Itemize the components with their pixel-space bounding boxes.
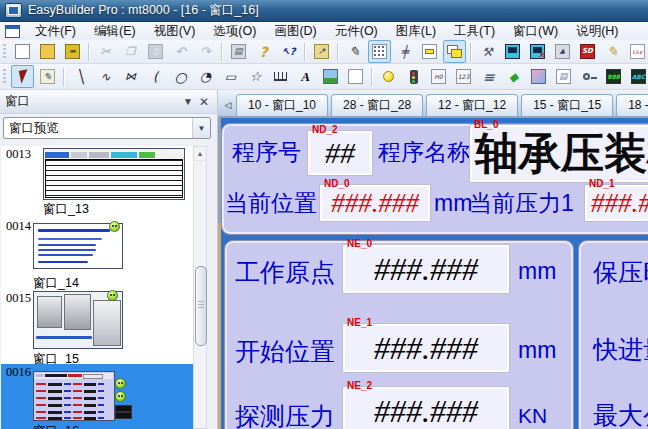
- screen-header-panel[interactable]: 程序号 ND_2 ## 程序名称 BL_0 轴承压装机 当前位置 ND_0 ##…: [221, 123, 648, 235]
- paste-icon[interactable]: ▯: [144, 40, 167, 63]
- address-tag: BL_0: [474, 119, 498, 130]
- menu-item-2[interactable]: 视图(V): [145, 22, 205, 41]
- menu-item-7[interactable]: 工具(T): [445, 22, 504, 41]
- window-boundary-icon[interactable]: [418, 40, 441, 63]
- menu-item-4[interactable]: 画图(D): [265, 22, 325, 41]
- menu-item-5[interactable]: 元件(O): [326, 22, 387, 41]
- download-icon[interactable]: [501, 40, 524, 63]
- circle-tool-icon[interactable]: ○: [169, 65, 192, 88]
- menu-item-8[interactable]: 窗口(W): [504, 22, 567, 41]
- line-tool-icon[interactable]: ╲: [69, 65, 92, 88]
- cut-icon[interactable]: ✂: [94, 40, 117, 63]
- window-list-item-0015[interactable]: 0015窗口_15: [1, 290, 193, 364]
- window-tab-3[interactable]: 15 - 窗口_15: [521, 94, 613, 116]
- window-thumbnail[interactable]: [33, 223, 123, 269]
- mdi-child-icon[interactable]: [5, 25, 20, 38]
- program-no-field[interactable]: ND_2 ##: [308, 131, 372, 175]
- multi-state-switch-icon[interactable]: ≡: [477, 65, 500, 88]
- chevron-down-icon[interactable]: ▼: [192, 118, 210, 138]
- recipe-editor-icon[interactable]: ✎: [601, 40, 624, 63]
- bit-lamp-icon[interactable]: [377, 65, 400, 88]
- undo-icon[interactable]: ↶: [169, 40, 192, 63]
- memo-object-icon[interactable]: ▤: [552, 65, 575, 88]
- window-tab-0[interactable]: 10 - 窗口_10: [236, 94, 328, 116]
- window-thumbnail[interactable]: [33, 371, 115, 421]
- export-window-icon[interactable]: ↗: [310, 40, 333, 63]
- pie-tool-icon[interactable]: ◔: [194, 65, 217, 88]
- rectangle-tool-icon[interactable]: ▭: [219, 65, 242, 88]
- window-tab-1[interactable]: 28 - 窗口_28: [331, 94, 423, 116]
- sd-card-icon[interactable]: SD: [576, 40, 599, 63]
- scale-tool-icon[interactable]: [269, 65, 292, 88]
- shape-object-icon[interactable]: [344, 65, 367, 88]
- toolbar-grip[interactable]: [3, 69, 6, 85]
- csv-file-icon[interactable]: csv: [626, 40, 648, 63]
- side-parameters-panel[interactable]: 保压时 快进量 最大公: [578, 240, 648, 429]
- open-project-icon[interactable]: [36, 40, 59, 63]
- window-tab-2[interactable]: 12 - 窗口_12: [426, 94, 518, 116]
- panel-close-icon[interactable]: ✕: [196, 95, 212, 109]
- snap-to-grid-icon[interactable]: ╪: [393, 40, 416, 63]
- word-lamp-icon[interactable]: [402, 65, 425, 88]
- param-field[interactable]: NE_1 ###.###: [343, 324, 509, 372]
- scrollbar-thumb[interactable]: [195, 266, 207, 346]
- menu-item-3[interactable]: 选项(O): [204, 22, 265, 41]
- screen-title-field[interactable]: BL_0 轴承压装机: [470, 125, 648, 182]
- pen-style-icon[interactable]: ✎: [343, 40, 366, 63]
- polygon-tool-icon[interactable]: ☆: [244, 65, 267, 88]
- compile-icon[interactable]: ⚒: [476, 40, 499, 63]
- redo-icon[interactable]: ↷: [194, 40, 217, 63]
- bit-lamp-icon: [383, 71, 394, 82]
- panel-menu-icon[interactable]: ▼: [180, 96, 196, 107]
- context-help-icon[interactable]: ↖?: [277, 40, 300, 63]
- picture-object-icon[interactable]: [319, 65, 342, 88]
- copy-icon[interactable]: ❐: [119, 40, 142, 63]
- hardware-key-icon[interactable]: [577, 65, 600, 88]
- set-word-icon[interactable]: 123: [452, 65, 475, 88]
- help-icon[interactable]: ?: [252, 40, 275, 63]
- menu-item-9[interactable]: 说明(H): [567, 22, 627, 41]
- save-project-icon[interactable]: ▬: [61, 40, 84, 63]
- titlebar[interactable]: EasyBuilder Pro : mt8000 - [16 - 窗口_16]: [0, 0, 648, 22]
- menu-item-6[interactable]: 图库(L): [387, 22, 445, 41]
- numeric-display-icon[interactable]: 999: [602, 65, 625, 88]
- window-list-scrollbar[interactable]: ▲: [193, 146, 207, 429]
- tab-scroll-left-icon[interactable]: ◁: [220, 96, 236, 114]
- window-list-item-0016[interactable]: 0016窗口_16: [1, 364, 193, 429]
- window-settings-icon[interactable]: ✎: [36, 65, 59, 88]
- polyline-tool-icon[interactable]: ⋈: [119, 65, 142, 88]
- offline-simulation-icon[interactable]: [526, 40, 549, 63]
- select-tool-icon[interactable]: [11, 65, 34, 88]
- param-field[interactable]: NE_2 ###.###: [343, 387, 509, 429]
- arc-tool-icon[interactable]: (: [144, 65, 167, 88]
- show-grid-icon[interactable]: [368, 40, 391, 63]
- parameters-panel[interactable]: 工作原点 NE_0 ###.### mm 开始位置 NE_1 ###.### m…: [224, 240, 574, 429]
- window-list-item-0013[interactable]: 0013窗口_13: [1, 146, 193, 218]
- window-thumbnail[interactable]: [33, 291, 123, 349]
- paste-icon: ▯: [148, 44, 163, 59]
- window-list-item-0014[interactable]: 0014窗口_14: [1, 218, 193, 290]
- window-tab-4[interactable]: 18 - 窗口_1: [616, 94, 648, 116]
- new-file-icon[interactable]: [11, 40, 34, 63]
- scroll-up-icon[interactable]: ▲: [194, 147, 206, 161]
- current-position-field[interactable]: ND_0 ###.###: [320, 185, 430, 221]
- menu-item-1[interactable]: 编辑(E): [85, 22, 145, 41]
- text-tool-icon[interactable]: A: [294, 65, 317, 88]
- param-field[interactable]: NE_0 ###.###: [343, 245, 509, 293]
- print-icon[interactable]: ▤: [227, 40, 250, 63]
- upload-icon[interactable]: ▲: [551, 40, 574, 63]
- window-preview-combobox[interactable]: 窗口预览 ▼: [3, 117, 211, 139]
- design-canvas[interactable]: 程序号 ND_2 ## 程序名称 BL_0 轴承压装机 当前位置 ND_0 ##…: [218, 116, 648, 429]
- set-bit-icon[interactable]: H0: [427, 65, 450, 88]
- ascii-display-icon[interactable]: ABC: [627, 65, 648, 88]
- bezier-tool-icon[interactable]: ∿: [94, 65, 117, 88]
- toolbar-grip[interactable]: [3, 44, 6, 60]
- address-tag: ND_0: [324, 178, 350, 189]
- current-pressure-field[interactable]: ND_1 ###.###: [585, 185, 648, 221]
- function-key-icon[interactable]: [527, 65, 550, 88]
- window-no-overlap-icon[interactable]: [443, 40, 466, 63]
- moving-shape-icon[interactable]: ◆: [502, 65, 525, 88]
- window-thumbnail[interactable]: [43, 148, 185, 200]
- window-settings-icon: ✎: [40, 69, 55, 84]
- menu-item-0[interactable]: 文件(F): [26, 22, 85, 41]
